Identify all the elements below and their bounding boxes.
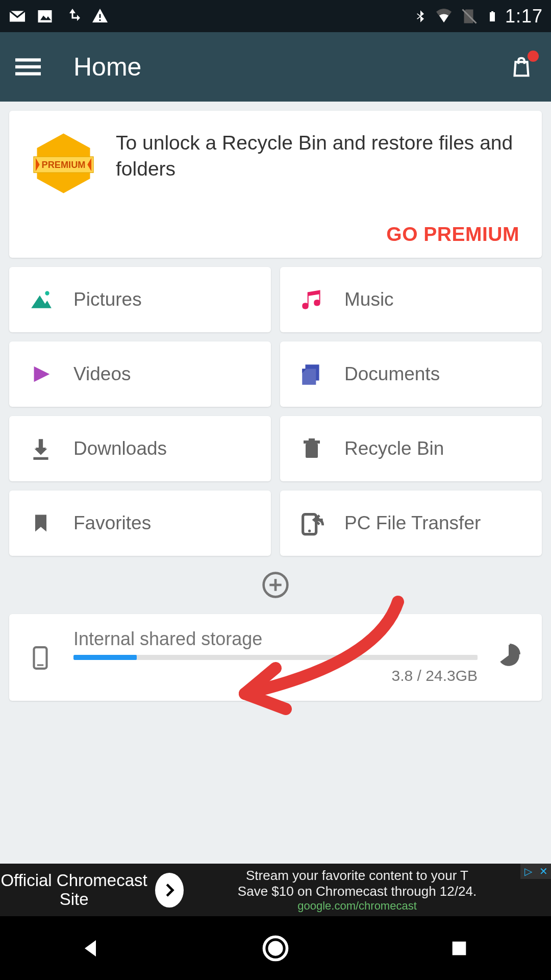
go-premium-button[interactable]: GO PREMIUM: [386, 223, 519, 246]
storage-card[interactable]: Internal shared storage 3.8 / 24.3GB: [9, 614, 542, 701]
analyze-button[interactable]: [496, 643, 523, 670]
tile-label: Documents: [344, 363, 440, 385]
tile-label: Favorites: [73, 512, 151, 534]
svg-rect-5: [99, 14, 101, 18]
recents-button[interactable]: [444, 933, 474, 964]
bluetooth-icon: [413, 7, 428, 26]
ad-banner[interactable]: Official Chromecast Site Stream your fav…: [0, 864, 551, 916]
app-bar: Home: [0, 32, 551, 102]
menu-button[interactable]: [15, 54, 41, 80]
svg-rect-1: [38, 10, 52, 22]
back-button[interactable]: [77, 933, 107, 964]
storage-title: Internal shared storage: [73, 628, 478, 650]
back-icon: [80, 936, 104, 961]
home-button[interactable]: [260, 933, 291, 964]
svg-rect-22: [302, 369, 316, 385]
wifi-icon: [435, 7, 453, 26]
tile-label: Videos: [73, 363, 131, 385]
tile-documents[interactable]: Documents: [280, 341, 542, 407]
storage-amount: 3.8 / 24.3GB: [392, 667, 478, 684]
svg-rect-8: [490, 12, 495, 21]
svg-rect-10: [15, 58, 41, 61]
ad-arrow-button[interactable]: [155, 873, 184, 908]
hamburger-icon: [15, 54, 41, 80]
storage-progress-bar: [73, 655, 478, 660]
image-icon: [36, 7, 54, 26]
svg-marker-20: [34, 366, 50, 382]
tile-label: Pictures: [73, 289, 142, 310]
adchoices-icon[interactable]: ▷: [520, 864, 536, 879]
tile-favorites[interactable]: Favorites: [9, 491, 271, 556]
svg-marker-3: [69, 9, 80, 21]
premium-message: To unlock a Recycle Bin and restore file…: [116, 130, 524, 182]
pictures-icon: [27, 285, 55, 314]
battery-icon: [486, 7, 498, 26]
phone-icon: [28, 643, 55, 670]
ad-close-icon[interactable]: ✕: [536, 864, 551, 879]
tile-recycle-bin[interactable]: Recycle Bin: [280, 416, 542, 481]
add-location-button[interactable]: [261, 571, 290, 599]
music-icon: [297, 285, 326, 314]
system-nav-bar: [0, 916, 551, 980]
premium-card: PREMIUM To unlock a Recycle Bin and rest…: [9, 111, 542, 258]
tile-label: Recycle Bin: [344, 438, 444, 459]
chevron-right-icon: [160, 880, 179, 900]
svg-point-31: [308, 530, 311, 532]
svg-rect-27: [306, 444, 318, 458]
tile-pictures[interactable]: Pictures: [9, 267, 271, 332]
documents-icon: [297, 360, 326, 388]
no-sim-icon: [460, 7, 479, 26]
svg-rect-11: [15, 65, 41, 68]
tile-label: PC File Transfer: [344, 512, 481, 534]
svg-rect-24: [39, 439, 43, 449]
svg-rect-6: [99, 19, 101, 21]
svg-marker-19: [31, 296, 52, 308]
svg-rect-28: [304, 440, 320, 444]
downloads-icon: [27, 434, 55, 463]
page-title: Home: [73, 52, 141, 82]
tile-label: Music: [344, 289, 394, 310]
premium-badge-icon: PREMIUM: [27, 130, 101, 197]
tile-videos[interactable]: Videos: [9, 341, 271, 407]
svg-point-18: [45, 291, 49, 295]
status-bar: 1:17: [0, 0, 551, 32]
tile-music[interactable]: Music: [280, 267, 542, 332]
clock-text: 1:17: [505, 6, 543, 27]
home-icon: [262, 935, 289, 962]
ad-headline: Official Chromecast Site: [0, 871, 148, 909]
gmail-icon: [8, 7, 27, 26]
tile-downloads[interactable]: Downloads: [9, 416, 271, 481]
videos-icon: [27, 360, 55, 388]
svg-marker-38: [85, 940, 96, 957]
transfer-icon: [297, 509, 326, 537]
svg-rect-41: [453, 941, 466, 955]
svg-rect-37: [37, 665, 44, 666]
svg-rect-9: [491, 11, 493, 13]
ad-link: google.com/chromecast: [297, 899, 417, 913]
svg-rect-26: [33, 457, 48, 460]
warning-icon: [91, 7, 109, 26]
svg-point-40: [268, 941, 283, 955]
ad-line-2: Save $10 on Chromecast through 12/24.: [238, 884, 477, 899]
svg-text:PREMIUM: PREMIUM: [42, 160, 86, 170]
svg-rect-29: [309, 438, 315, 440]
ad-line-1: Stream your favorite content to your T: [246, 868, 468, 884]
shop-button[interactable]: [507, 53, 536, 81]
tile-pc-transfer[interactable]: PC File Transfer: [280, 491, 542, 556]
notification-dot: [528, 51, 539, 62]
trash-icon: [297, 434, 326, 463]
square-icon: [449, 938, 469, 959]
svg-rect-12: [15, 72, 41, 75]
sync-icon: [63, 7, 82, 26]
pie-chart-icon: [496, 643, 521, 668]
plus-circle-icon: [261, 571, 290, 599]
tile-label: Downloads: [73, 438, 167, 459]
svg-marker-25: [35, 449, 47, 455]
bookmark-icon: [27, 509, 55, 537]
